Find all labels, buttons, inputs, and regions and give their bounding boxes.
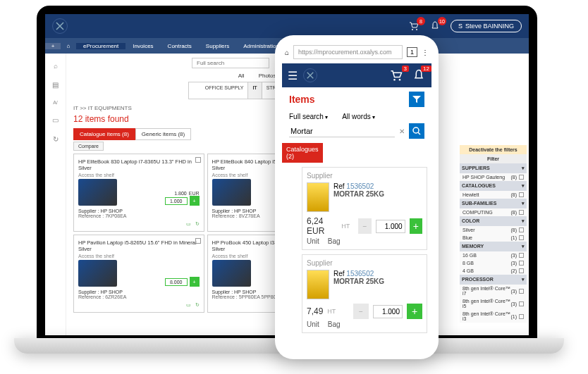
filter-item[interactable]: 8th gen Intel® Core™ i7(3) (460, 285, 527, 297)
doc-icon[interactable]: ▭ (52, 116, 59, 124)
decrement-button[interactable]: − (353, 304, 369, 319)
filter-item[interactable]: 16 GB(3) (460, 251, 527, 259)
add-icon[interactable]: + (45, 43, 61, 49)
compare-button[interactable]: Compare (73, 142, 104, 151)
filter-item[interactable]: 8th gen Intel® Core™ i3(1) (460, 310, 527, 323)
mobile-qty-input[interactable] (376, 220, 405, 233)
tab-generic-items[interactable]: Generic items (8) (135, 128, 191, 140)
mobile-add-button[interactable]: + (410, 218, 422, 234)
phone-app-logo[interactable] (303, 68, 317, 82)
tab-catalogue-items[interactable]: Catalogue items (8) (73, 128, 135, 140)
mobile-price: 7,49 (307, 306, 323, 316)
cart-icon[interactable]: 8 (408, 20, 419, 32)
add-to-cart-button[interactable]: + (190, 196, 200, 206)
filter-icon[interactable] (409, 92, 424, 107)
product-image[interactable] (212, 260, 251, 287)
access-shelf-link[interactable]: Access the shelf (78, 173, 200, 177)
app-logo[interactable] (52, 18, 68, 34)
view-tab-photos[interactable]: Photos (259, 73, 276, 79)
filter-group-header[interactable]: PROCESSOR▾ (460, 275, 527, 285)
filter-title: Filter (460, 154, 527, 163)
filter-item[interactable]: 4 GB(2) (460, 267, 527, 275)
product-title[interactable]: HP EliteBook 830 Laptop i7-8365U 13.3" F… (78, 158, 200, 171)
refresh-product-icon[interactable]: ↻ (195, 221, 200, 227)
reference: 6ZR26EA (105, 294, 126, 299)
phone-search-button[interactable] (409, 123, 424, 139)
supplier: HP SHOP (101, 289, 123, 294)
mobile-product-name: MORTAR 25KG (333, 190, 384, 198)
search-small-icon[interactable]: ⌕ (54, 62, 58, 70)
full-search-dropdown[interactable]: Full search (289, 113, 328, 120)
bag-label: Bag (328, 320, 341, 328)
phone-search-input[interactable] (289, 125, 395, 137)
filter-group-header[interactable]: MEMORY▾ (460, 242, 527, 251)
mobile-add-button[interactable]: + (407, 304, 422, 319)
nav-eprocurement[interactable]: eProcurement (76, 43, 125, 49)
filter-item[interactable]: 8th gen Intel® Core™ i5(3) (460, 297, 527, 310)
reference: 8VZ78EA (239, 213, 260, 218)
product-image[interactable] (78, 179, 117, 206)
compare-checkbox[interactable] (195, 157, 201, 163)
deactivate-filters-button[interactable]: Deactivate the filters (460, 145, 527, 154)
filter-item[interactable]: HP SHOP Gauteng(8) (460, 173, 527, 181)
bell-icon[interactable]: 10 (429, 20, 441, 32)
cat-office-supply[interactable]: OFFICE SUPPLY (201, 82, 249, 99)
full-search-input[interactable] (192, 58, 269, 68)
svg-point-3 (399, 79, 401, 81)
mobile-product-image[interactable] (307, 270, 329, 299)
qty-input[interactable]: 1.000 (165, 197, 188, 205)
product-image[interactable] (212, 179, 251, 206)
docs-icon[interactable]: ▭ (186, 302, 191, 308)
product-image[interactable] (78, 260, 117, 287)
home-icon[interactable]: ⌂ (61, 43, 76, 49)
refresh-icon[interactable]: ↻ (53, 135, 59, 143)
mobile-product-image[interactable] (307, 182, 329, 212)
user-menu[interactable]: S Steve BAINNING (451, 20, 522, 32)
all-words-dropdown[interactable]: All words (342, 113, 375, 120)
nav-contracts[interactable]: Contracts (161, 43, 199, 49)
phone-app-header: ☰ 3 12 (282, 63, 431, 87)
az-icon[interactable]: A/ (53, 100, 58, 105)
filter-item[interactable]: 8 GB(3) (460, 259, 527, 267)
filter-group-header[interactable]: COLOR▾ (460, 216, 527, 226)
nav-suppliers[interactable]: Suppliers (199, 43, 236, 49)
nav-invoices[interactable]: Invoices (125, 43, 160, 49)
supplier: HP SHOP (101, 208, 123, 213)
product-title[interactable]: HP Pavilion Laptop i5-8265U 15.6" FHD in… (78, 239, 200, 252)
add-to-cart-button[interactable]: + (190, 277, 200, 287)
svg-point-2 (393, 79, 396, 81)
compare-checkbox[interactable] (195, 238, 201, 244)
filter-item[interactable]: Hewlett(8) (460, 191, 527, 199)
supplier: HP SHOP (234, 208, 256, 213)
clear-search-icon[interactable]: ✕ (399, 127, 405, 135)
unit-label: Unit (307, 320, 319, 328)
tabs-count-icon[interactable]: 1 (407, 47, 417, 57)
mobile-qty-input[interactable] (373, 305, 403, 318)
filter-group-header[interactable]: CATALOGUES▾ (460, 181, 527, 191)
mobile-product-name: MORTAR 25KG (333, 278, 384, 285)
refresh-product-icon[interactable]: ↻ (195, 302, 200, 308)
phone-cart-icon[interactable]: 3 (389, 68, 403, 82)
cat-it[interactable]: IT (248, 82, 262, 99)
view-tab-all[interactable]: All (238, 73, 245, 79)
decrement-button[interactable]: − (358, 218, 371, 234)
svg-point-0 (412, 29, 413, 30)
layers-icon[interactable]: ▤ (52, 81, 59, 89)
phone-bell-icon[interactable]: 12 (412, 68, 426, 82)
svg-point-4 (413, 127, 419, 133)
filter-group-header[interactable]: SUB-FAMILIES▾ (460, 199, 527, 208)
phone-home-icon[interactable]: ⌂ (285, 49, 289, 56)
filter-item[interactable]: Blue(1) (460, 234, 527, 242)
hamburger-icon[interactable]: ☰ (288, 69, 298, 82)
mobile-product-card: Supplier Ref 1536502 MORTAR 25KG 7,49 HT… (302, 254, 427, 333)
filter-item[interactable]: COMPUTING(8) (460, 208, 527, 216)
access-shelf-link[interactable]: Access the shelf (78, 254, 200, 258)
catalogues-tab[interactable]: Catalogues(2) (282, 143, 323, 163)
qty-input[interactable]: 8.000 (165, 278, 188, 286)
url-bar[interactable]: https://mprocurement.oxalys.com (293, 45, 403, 59)
product-card: HP Pavilion Laptop i5-8265U 15.6" FHD in… (73, 235, 204, 313)
phone-menu-icon[interactable]: ⋮ (422, 49, 429, 56)
docs-icon[interactable]: ▭ (186, 221, 191, 227)
filter-item[interactable]: Silver(8) (460, 226, 527, 234)
filter-group-header[interactable]: SUPPLIERS▾ (460, 163, 527, 173)
